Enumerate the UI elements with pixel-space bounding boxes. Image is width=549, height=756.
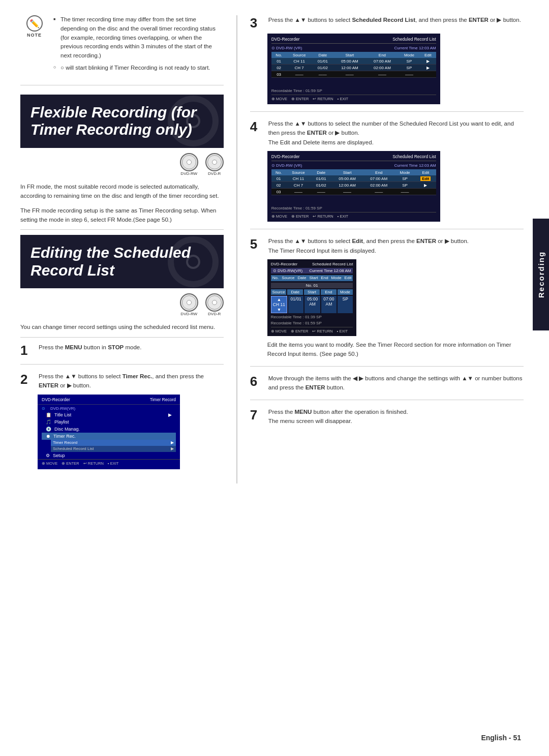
menu-device: ⊙ DVD-RW(VR) <box>42 406 176 411</box>
note-item-2: ○ will start blinking if Timer Recording… <box>53 64 224 73</box>
srl2-col-edit: Edit <box>415 169 436 175</box>
dvd-r-icon: DVD-R <box>205 153 224 176</box>
srl2-row-2: 02CH 701/0212:00 AM02:00 AMSP▶ <box>271 182 436 189</box>
tri-device: DVD-RW(VR) <box>278 268 302 273</box>
tri-recordable2: Recordable Time : 01:59 SP <box>271 321 353 325</box>
menu-device-label: DVD-RW(VR) <box>50 406 75 411</box>
srl2-header: DVD-Recorder Scheduled Record List <box>271 154 436 161</box>
tri-val-date: 01/01 <box>288 296 303 313</box>
editing-dvd-r-icon: DVD-R <box>205 293 224 316</box>
step-4-num: 4 <box>250 120 263 133</box>
side-tab: Recording <box>533 219 549 330</box>
menu-item-discmgr: 💿 Disc Manag. <box>42 426 176 433</box>
srl2-current-time: Current Time 12:03 AM <box>394 163 436 168</box>
srl1-col-edit: Edit <box>420 52 436 58</box>
srl2-title-left: DVD-Recorder <box>271 154 300 159</box>
srl1-col-src: Source <box>286 52 312 58</box>
edit-badge: Edit <box>420 176 431 181</box>
step-4: 4 Press the ▲▼ buttons to select the num… <box>250 119 524 229</box>
menu-nav-return: ↩ RETURN <box>83 461 104 466</box>
srl2-row-1: 01CH 1101/0105:00 AM07:00 AMSP Edit <box>271 175 436 182</box>
srl2-col-start: Start <box>331 169 363 175</box>
srl1-col-end: End <box>366 52 399 58</box>
srl2-col-mode: Mode <box>394 169 415 175</box>
menu-screen-header: DVD-Recorder Timer Record <box>38 397 180 405</box>
srl1-row-3: 03—————————— <box>271 71 436 78</box>
flexible-disc-icons: DVD-RW DVD-R <box>20 153 224 176</box>
menu-item-playlist: 🎵 Playlist <box>42 418 176 426</box>
step-3-num: 3 <box>250 16 263 29</box>
tri-col-source: Source <box>271 289 287 295</box>
srl1-recordable: Recordable Time : 01:59 SP <box>271 88 436 93</box>
tri-val-source: ▲CH 11▼ <box>271 296 287 313</box>
dvd-r-disc <box>205 153 224 171</box>
dvd-rw-disc <box>180 153 198 171</box>
tri-title-right: Scheduled Record List <box>312 262 353 266</box>
srl1-device: ⊙ DVD-RW (VR) <box>271 46 302 50</box>
srl1-title-right: Scheduled Record List <box>392 37 436 42</box>
step-7-num: 7 <box>250 408 263 421</box>
menu-screen: DVD-Recorder Timer Record ⊙ DVD-RW(VR) 📋… <box>38 395 180 469</box>
tri-no-label: No. 01 <box>271 283 353 288</box>
srl2-recordable: Recordable Time : 01:59 SP <box>271 206 436 210</box>
menu-setup-label: Setup <box>53 453 172 458</box>
srl1-col-date: Date <box>312 52 333 58</box>
srl2-device: ⊙ DVD-RW (VR) <box>271 163 302 168</box>
note-label: NOTE <box>27 33 42 38</box>
srl1-current-time: Current Time 12:03 AM <box>394 46 436 50</box>
tri-recordable1: Recordable Time : 01:39 SP <box>271 315 353 319</box>
step-6-content: Move through the items with the ◀ ▶ butt… <box>268 374 524 392</box>
srl2-col-no: No. <box>271 169 286 175</box>
srl2-col-src: Source <box>286 169 311 175</box>
menu-nav-move: ⊕ MOVE <box>42 461 57 466</box>
menu-playlist-label: Playlist <box>54 419 172 425</box>
menu-disc-label: Disc Manag. <box>54 427 172 432</box>
tri-col-date: Date <box>287 289 303 295</box>
tri-screen: DVD-Recorder Scheduled Record List ⊙ DVD… <box>267 259 357 336</box>
srl1-header: DVD-Recorder Scheduled Record List <box>271 37 436 44</box>
srl1-title-left: DVD-Recorder <box>271 37 300 42</box>
step-1-number: 1 <box>20 344 34 357</box>
srl2-title-right: Scheduled Record List <box>392 154 436 159</box>
tri-header: DVD-Recorder Scheduled Record List <box>271 262 353 266</box>
srl2-nav: ⊕ MOVE ⊕ ENTER ↩ RETURN ▪ EXIT <box>271 212 436 219</box>
step-5: 5 Press the ▲▼ buttons to select Edit, a… <box>250 236 524 367</box>
step-5-note: Edit the items you want to modify. See t… <box>267 340 524 359</box>
srl1-col-start: Start <box>333 52 366 58</box>
srl1-row-2: 02CH 701/0212:00 AM02:00 AMSP▶ <box>271 65 436 71</box>
note-icon-area: ✏️ NOTE <box>20 15 48 38</box>
dvd-rw-label: DVD-RW <box>180 171 197 176</box>
note-text: The timer recording time may differ from… <box>53 15 224 76</box>
note-icon: ✏️ <box>26 15 43 32</box>
menu-sub-timer-label: Timer Record <box>53 440 77 445</box>
srl2-table: No. Source Date Start End Mode Edit 01CH… <box>271 169 436 195</box>
tri-col-mode: Mode <box>338 289 353 295</box>
srl1-nav: ⊕ MOVE ⊕ ENTER ↩ RETURN ▪ EXIT <box>271 95 436 101</box>
tri-val-mode: SP <box>338 296 353 313</box>
editing-dvd-rw-disc <box>180 293 198 312</box>
step-2-number: 2 <box>20 373 34 386</box>
menu-nav-enter: ⊕ ENTER <box>62 461 79 466</box>
menu-sub-scheduled-list: Scheduled Record List ▶ <box>51 446 176 452</box>
menu-sub-timer-record: Timer Record ▶ <box>51 440 176 446</box>
editing-scheduled-title: Editing the Scheduled Record List <box>30 244 214 279</box>
menu-screen-title-right: Timer Record <box>150 397 176 402</box>
side-tab-label: Recording <box>537 251 545 298</box>
srl1-row-1: 01CH 1101/0105:00 AM07:00 AMSP▶ <box>271 58 436 65</box>
tri-outer-table: No.SourceDateStartEndModeEdit <box>271 275 353 281</box>
step-6: 6 Move through the items with the ◀ ▶ bu… <box>250 374 524 400</box>
step-2-content: Press the ▲▼ buttons to select Timer Rec… <box>39 372 224 390</box>
tri-data-row: ▲CH 11▼ 01/01 05:00 AM 07:00 AM SP <box>271 296 353 313</box>
menu-item-titlelist: 📋 Title List ▶ <box>42 411 176 418</box>
srl1-table: No. Source Date Start End Mode Edit 01CH… <box>271 52 436 78</box>
flexible-recording-title-box: Flexible Recording (for Timer Recording … <box>20 95 224 148</box>
editing-dvd-r-disc <box>205 293 224 312</box>
tri-col-heads: Source Date Start End Mode <box>271 289 353 295</box>
tri-val-start: 05:00 AM <box>304 296 320 313</box>
srl2-col-date: Date <box>311 169 331 175</box>
step-7-content: Press the MENU button after the operatio… <box>268 407 524 426</box>
srl1-screen: DVD-Recorder Scheduled Record List ⊙ DVD… <box>267 34 440 104</box>
tri-col-end: End <box>321 289 337 295</box>
step-1-content: Press the MENU button in STOP mode. <box>39 343 224 352</box>
step-4-content: Press the ▲▼ buttons to select the numbe… <box>268 119 524 147</box>
